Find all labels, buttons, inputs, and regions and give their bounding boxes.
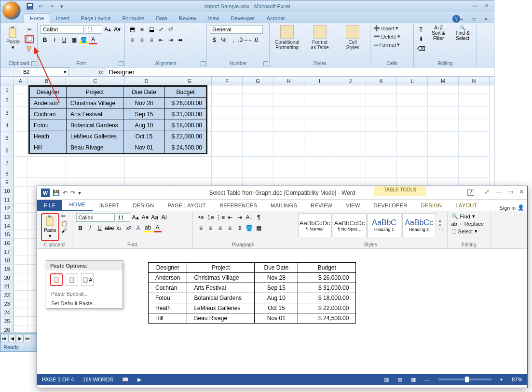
cell[interactable] [366,132,397,144]
close-icon[interactable]: ✕ [519,188,524,195]
paste-keep-source-icon[interactable]: 📋 [50,273,63,286]
cell[interactable] [366,169,397,178]
cell[interactable] [428,157,459,169]
number-format-select[interactable] [210,25,263,34]
read-mode-icon[interactable]: ▤ [397,377,402,383]
col-header-D[interactable]: D [125,77,168,85]
row-header-22[interactable]: 22 [0,291,14,299]
cell[interactable] [459,144,490,157]
cell[interactable] [14,239,27,247]
borders-icon[interactable]: ▦ [255,224,263,232]
table-cell[interactable]: Botanical Gardens [187,293,255,303]
decrease-decimal-icon[interactable]: ←.0 [248,36,257,44]
cell[interactable] [335,107,366,119]
row-header-10[interactable]: 10 [0,187,14,195]
row-header-18[interactable]: 18 [0,256,14,265]
row-header-2[interactable]: 2 [0,94,14,107]
cell[interactable] [366,85,397,94]
zoom-in-icon[interactable]: + [500,377,503,382]
cell[interactable] [459,85,490,94]
style-item[interactable]: AaBbCcDc¶ No Spac... [333,213,367,237]
line-spacing-icon[interactable]: ⇕ [235,224,244,232]
cell[interactable] [14,169,27,178]
cell[interactable] [366,119,397,132]
spell-check-icon[interactable]: 📖 [122,377,129,383]
save-icon[interactable]: 💾 [53,189,60,196]
cell[interactable] [212,169,243,178]
table-cell[interactable]: Oct 15 [255,303,298,313]
col-header-J[interactable]: J [335,77,366,85]
font-name-input[interactable] [41,25,84,34]
save-icon[interactable] [26,2,34,11]
decrease-indent-icon[interactable]: ⇤ [226,213,234,222]
tab-review[interactable]: REVIEW [304,200,339,211]
font-name-input[interactable] [76,213,115,222]
styles-up-icon[interactable]: ▴ [439,218,443,223]
cell[interactable] [14,299,27,308]
office-button[interactable] [2,1,21,20]
comma-icon[interactable]: , [229,36,238,44]
styles-more-icon[interactable]: ⋯ [439,228,443,232]
cell[interactable] [243,169,273,178]
tab-page-layout[interactable]: Page Layout [75,14,117,23]
row-header-1[interactable]: 1 [0,85,14,94]
cell[interactable] [273,119,304,132]
sheet-next-icon[interactable]: ▶ [16,335,24,342]
macro-icon[interactable]: ▶ [137,377,141,383]
tab-review[interactable]: Review [173,14,202,23]
tab-file[interactable]: FILE [37,200,62,211]
zoom-out-icon[interactable]: — [424,377,430,382]
align-left-icon[interactable]: ≡ [197,224,205,232]
row-header-16[interactable]: 16 [0,239,14,247]
cut-icon[interactable]: ✂ [61,213,68,219]
cell[interactable] [212,94,243,107]
row-header-8[interactable]: 8 [0,169,14,178]
cell[interactable] [14,265,27,273]
cell[interactable] [366,144,397,157]
highlight-icon[interactable]: ab [144,224,152,232]
cell[interactable] [273,157,304,169]
cell[interactable] [212,144,243,157]
cell[interactable] [243,119,273,132]
cell[interactable] [14,85,27,94]
align-left-icon[interactable]: ≡ [128,36,136,44]
change-case-icon[interactable]: Aa [150,213,159,222]
cell[interactable] [168,169,212,178]
row-header-26[interactable]: 26 [0,325,14,332]
format-as-table-button[interactable]: Format as Table [305,25,334,50]
row-header-20[interactable]: 20 [0,273,14,282]
cell[interactable] [14,291,27,299]
col-header-B[interactable]: B [27,77,66,85]
style-item[interactable]: AaBbCcHeading 2 [402,213,436,237]
cell[interactable] [366,107,397,119]
col-header-G[interactable]: G [243,77,273,85]
find-button[interactable]: 🔍Find ▾ [451,213,487,219]
grow-font-icon[interactable]: A▴ [103,25,112,34]
cell[interactable] [428,169,459,178]
cell[interactable] [428,107,459,119]
help-icon[interactable]: ? [467,189,474,196]
word-count[interactable]: 169 WORDS [82,377,113,382]
cell[interactable] [243,157,273,169]
align-middle-icon[interactable]: ≡ [137,25,146,34]
table-cell[interactable]: Nov 01 [255,313,298,324]
increase-indent-icon[interactable]: ⇥ [166,36,175,44]
table-cell[interactable]: Fotou [149,293,187,303]
align-center-icon[interactable]: ≡ [206,224,215,232]
cell[interactable] [397,157,428,169]
tab-references[interactable]: REFERENCES [213,200,264,211]
cell[interactable] [335,94,366,107]
cell[interactable] [14,132,27,144]
cell[interactable] [14,107,27,119]
row-header-9[interactable]: 9 [0,178,14,187]
cell[interactable] [14,308,27,317]
subscript-icon[interactable]: x₂ [115,224,123,232]
cell[interactable] [168,157,212,169]
cell[interactable] [212,85,243,94]
underline-icon[interactable]: U [95,224,104,232]
table-cell[interactable]: Beau Rivage [187,313,255,324]
cell[interactable] [459,94,490,107]
close-icon[interactable]: ✕ [481,1,492,9]
grow-font-icon[interactable]: A▴ [131,213,140,222]
cell[interactable] [428,119,459,132]
